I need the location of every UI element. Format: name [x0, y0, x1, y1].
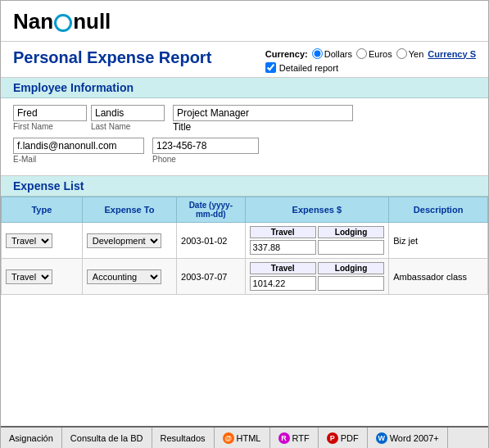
- row2-expense-to-select[interactable]: Development Accounting Marketing HR: [87, 269, 161, 284]
- currency-euros-label: Euros: [369, 49, 392, 59]
- currency-label: Currency:: [265, 49, 308, 59]
- page-title: Personal Expense Report: [13, 48, 265, 67]
- title-label: Title: [173, 121, 476, 133]
- employee-heading: Employee Information: [13, 81, 134, 94]
- row2-description: Ambassador class: [393, 272, 467, 282]
- currency-euros-radio[interactable]: [356, 48, 367, 59]
- detailed-report-checkbox[interactable]: [265, 62, 276, 73]
- currency-dollars-label: Dollars: [324, 49, 352, 59]
- currency-yen-radio[interactable]: [396, 48, 407, 59]
- last-name-label: Last Name: [91, 122, 165, 131]
- row2-expense-inputs: Travel Lodging: [250, 262, 385, 291]
- first-name-input[interactable]: [13, 105, 87, 121]
- title-input[interactable]: [173, 105, 353, 121]
- row1-expenses-cell: Travel Lodging: [245, 223, 389, 259]
- row2-type-select[interactable]: Travel Meals Hotel Other: [6, 269, 52, 284]
- name-row: First Name Last Name Title: [13, 105, 476, 133]
- tab-consulta[interactable]: Consulta de la BD: [62, 428, 152, 448]
- phone-input[interactable]: [152, 138, 259, 154]
- row1-expense-inputs: Travel Lodging: [250, 226, 385, 255]
- row1-type-cell: Travel Meals Hotel Other: [2, 223, 83, 259]
- row1-travel-input[interactable]: [250, 240, 316, 255]
- currency-dollars-radio[interactable]: [312, 48, 323, 59]
- rtf-icon: R: [278, 432, 290, 444]
- row1-date-input[interactable]: [181, 236, 234, 246]
- row2-travel-input[interactable]: [250, 276, 316, 291]
- row1-expense-to-cell: Development Accounting Marketing HR: [82, 223, 176, 259]
- col-description: Description: [389, 197, 488, 223]
- detailed-report-label: Detailed report: [279, 63, 338, 73]
- name-group: First Name Last Name: [13, 105, 165, 131]
- bottom-tabs: Asignación Consulta de la BD Resultados …: [1, 426, 488, 448]
- currency-euros-option[interactable]: Euros: [356, 48, 392, 59]
- logo-text-2: null: [73, 9, 111, 34]
- expense-table: Type Expense To Date (yyyy-mm-dd) Expens…: [1, 197, 488, 295]
- currency-yen-label: Yen: [409, 49, 424, 59]
- expense-section-header: Expense List: [1, 176, 488, 197]
- col-expense-to: Expense To: [82, 197, 176, 223]
- header: Nan null: [1, 1, 488, 42]
- tab-html[interactable]: @ HTML: [215, 428, 270, 448]
- currency-s-label[interactable]: Currency S: [428, 49, 476, 59]
- tab-pdf[interactable]: P PDF: [319, 428, 368, 448]
- last-name-field: Last Name: [91, 105, 165, 131]
- col-type: Type: [2, 197, 83, 223]
- pdf-icon: P: [327, 432, 338, 444]
- title-bar: Personal Expense Report Currency: Dollar…: [1, 42, 488, 78]
- tab-word[interactable]: W Word 2007+: [368, 428, 448, 448]
- row1-travel-label: Travel: [250, 226, 316, 238]
- tab-resultados[interactable]: Resultados: [152, 428, 215, 448]
- row2-date-cell: [177, 259, 245, 295]
- detailed-report-row: Detailed report: [265, 62, 476, 73]
- table-row: Travel Meals Hotel Other Development Acc…: [2, 259, 488, 295]
- contact-row: E-Mail Phone: [13, 138, 476, 164]
- logo-circle-icon: [54, 14, 72, 32]
- phone-field: Phone: [152, 138, 259, 164]
- row1-description-cell: Biz jet: [389, 223, 488, 259]
- title-field: Title: [173, 105, 476, 133]
- col-date: Date (yyyy-mm-dd): [177, 197, 245, 223]
- email-label: E-Mail: [13, 155, 144, 164]
- row1-lodging-label: Lodging: [318, 226, 384, 238]
- row2-date-input[interactable]: [181, 272, 234, 282]
- currency-yen-option[interactable]: Yen: [396, 48, 424, 59]
- row1-lodging-input[interactable]: [318, 240, 384, 255]
- email-field: E-Mail: [13, 138, 144, 164]
- expense-table-header-row: Type Expense To Date (yyyy-mm-dd) Expens…: [2, 197, 488, 223]
- email-input[interactable]: [13, 138, 144, 154]
- first-name-label: First Name: [13, 122, 87, 131]
- currency-panel: Currency: Dollars Euros Yen Currency S: [265, 48, 476, 73]
- row2-lodging-label: Lodging: [318, 262, 384, 274]
- logo: Nan null: [13, 9, 476, 34]
- tab-asignacion[interactable]: Asignación: [1, 428, 62, 448]
- row1-type-select[interactable]: Travel Meals Hotel Other: [6, 233, 52, 248]
- currency-dollars-option[interactable]: Dollars: [312, 48, 352, 59]
- first-name-field: First Name: [13, 105, 87, 131]
- col-expenses: Expenses $: [245, 197, 389, 223]
- row1-expense-to-select[interactable]: Development Accounting Marketing HR: [87, 233, 161, 248]
- expense-heading: Expense List: [13, 179, 84, 192]
- html-icon: @: [223, 432, 234, 444]
- currency-row: Currency: Dollars Euros Yen Currency S: [265, 48, 476, 59]
- word-icon: W: [376, 432, 387, 444]
- row1-date-cell: [177, 223, 245, 259]
- employee-section-header: Employee Information: [1, 78, 488, 98]
- table-row: Travel Meals Hotel Other Development Acc…: [2, 223, 488, 259]
- row2-description-cell: Ambassador class: [389, 259, 488, 295]
- row1-description: Biz jet: [393, 236, 418, 246]
- row2-expense-to-cell: Development Accounting Marketing HR: [82, 259, 176, 295]
- employee-section: First Name Last Name Title E-: [1, 98, 488, 176]
- phone-label: Phone: [152, 155, 259, 164]
- row2-type-cell: Travel Meals Hotel Other: [2, 259, 83, 295]
- row2-lodging-input[interactable]: [318, 276, 384, 291]
- expense-section: Type Expense To Date (yyyy-mm-dd) Expens…: [1, 197, 488, 295]
- row2-expenses-cell: Travel Lodging: [245, 259, 389, 295]
- last-name-input[interactable]: [91, 105, 165, 121]
- row2-travel-label: Travel: [250, 262, 316, 274]
- tab-rtf[interactable]: R RTF: [270, 428, 319, 448]
- logo-text-1: Nan: [13, 9, 53, 34]
